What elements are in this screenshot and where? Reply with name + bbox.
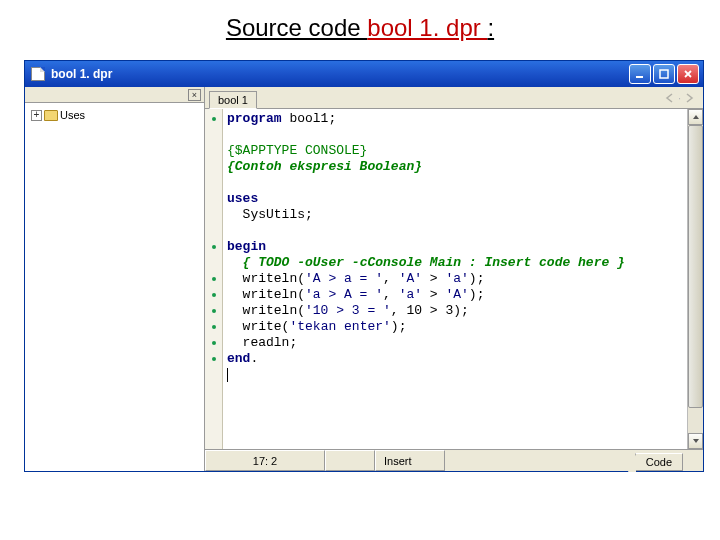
ide-window: bool 1. dpr × + Uses [24,60,704,472]
gutter-blank[interactable] [205,127,222,143]
svg-rect-0 [636,76,643,78]
code-line[interactable] [227,367,683,383]
code-line[interactable]: uses [227,191,683,207]
tab-code[interactable]: Code [635,453,683,471]
gutter[interactable] [205,109,223,449]
heading-suffix: : [487,14,494,41]
gutter-blank[interactable] [205,175,222,191]
gutter-blank[interactable] [205,143,222,159]
heading-prefix: Source code [226,14,367,41]
tree-item-uses[interactable]: + Uses [29,107,200,123]
close-button[interactable] [677,64,699,84]
panel-close-icon[interactable]: × [188,89,201,101]
folder-icon [44,110,58,121]
code-line[interactable] [227,175,683,191]
sidebar: × + Uses [25,87,205,471]
expand-icon[interactable]: + [31,110,42,121]
editor-tabs: bool 1 · [205,87,703,109]
status-mode: Insert [375,450,445,471]
code-line[interactable]: program bool1; [227,111,683,127]
scroll-down-icon[interactable] [688,433,703,449]
maximize-button[interactable] [653,64,675,84]
tree-label: Uses [60,109,85,121]
code-line[interactable] [227,127,683,143]
breakpoint-mark[interactable] [205,287,222,303]
code-line[interactable]: writeln('A > a = ', 'A' > 'a'); [227,271,683,287]
tab-bool1[interactable]: bool 1 [209,91,257,109]
code-line[interactable]: readln; [227,335,683,351]
gutter-blank[interactable] [205,207,222,223]
code-line[interactable]: writeln('10 > 3 = ', 10 > 3); [227,303,683,319]
scroll-track[interactable] [688,125,703,433]
status-modified [325,450,375,471]
nav-fwd-icon[interactable] [683,91,697,105]
code-line[interactable]: {Contoh ekspresi Boolean} [227,159,683,175]
code-line[interactable]: { TODO -oUser -cConsole Main : Insert co… [227,255,683,271]
window-title: bool 1. dpr [51,67,629,81]
breakpoint-mark[interactable] [205,271,222,287]
breakpoint-mark[interactable] [205,319,222,335]
scroll-up-icon[interactable] [688,109,703,125]
heading-filename: bool 1. dpr [367,14,487,41]
svg-rect-1 [660,70,668,78]
scrollbar-vertical[interactable] [687,109,703,449]
code-line[interactable]: write('tekan enter'); [227,319,683,335]
page-title: Source code bool 1. dpr : [0,0,720,60]
code-line[interactable]: end. [227,351,683,367]
breakpoint-mark[interactable] [205,111,222,127]
breakpoint-mark[interactable] [205,303,222,319]
minimize-button[interactable] [629,64,651,84]
nav-sep: · [678,92,681,104]
uses-tree[interactable]: + Uses [25,103,204,471]
statusbar: 17: 2 Insert Code [205,449,703,471]
gutter-blank[interactable] [205,223,222,239]
code-line[interactable] [227,223,683,239]
code-line[interactable]: writeln('a > A = ', 'a' > 'A'); [227,287,683,303]
titlebar[interactable]: bool 1. dpr [25,61,703,87]
code-line[interactable]: {$APPTYPE CONSOLE} [227,143,683,159]
nav-back-icon[interactable] [662,91,676,105]
breakpoint-mark[interactable] [205,351,222,367]
breakpoint-mark[interactable] [205,239,222,255]
gutter-blank[interactable] [205,159,222,175]
gutter-blank[interactable] [205,367,222,383]
code-editor[interactable]: program bool1;{$APPTYPE CONSOLE}{Contoh … [223,109,687,449]
gutter-blank[interactable] [205,255,222,271]
code-line[interactable]: begin [227,239,683,255]
breakpoint-mark[interactable] [205,335,222,351]
file-icon [31,67,45,81]
scroll-thumb[interactable] [688,125,703,408]
code-line[interactable]: SysUtils; [227,207,683,223]
gutter-blank[interactable] [205,191,222,207]
status-position: 17: 2 [205,450,325,471]
